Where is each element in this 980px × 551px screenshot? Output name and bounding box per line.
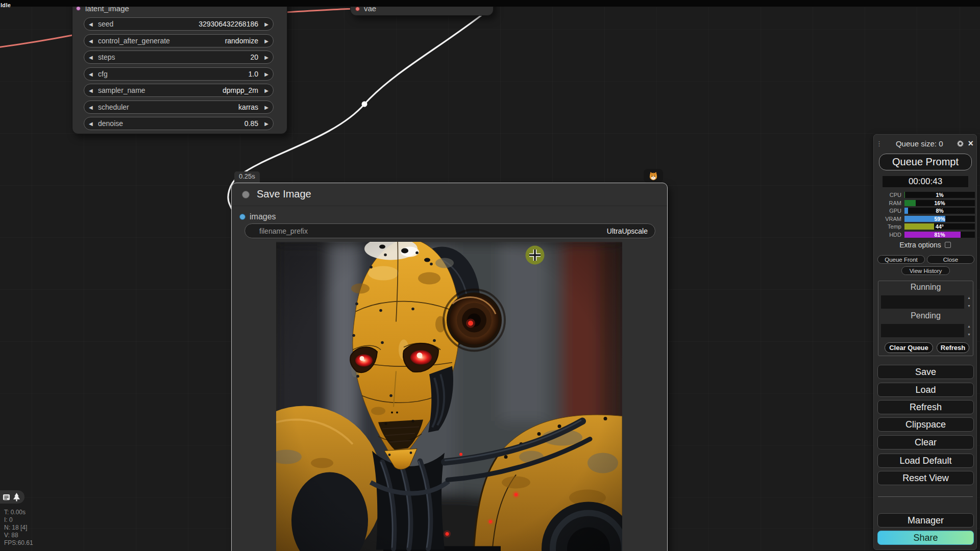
queue-lists-box: Running ▲ ▼ Pending ▲ ▼ Clear Queue Refr… — [878, 281, 973, 356]
crosshair-cursor-icon — [525, 245, 545, 265]
increment-icon[interactable]: ▶ — [261, 21, 268, 27]
extra-options-checkbox[interactable] — [945, 242, 951, 248]
images-input-slot[interactable] — [239, 214, 246, 220]
vae-link-left — [0, 35, 72, 47]
status-label: Idle — [1, 2, 11, 8]
stat-vram: VRAM 59% — [878, 216, 975, 222]
system-stats: CPU 1% RAM 16% GPU 8% VRAM 59% Temp 44° … — [878, 192, 975, 238]
node-header[interactable]: Save Image — [232, 183, 667, 206]
increment-icon[interactable]: ▶ — [261, 55, 268, 60]
link-midpoint-dot[interactable] — [362, 102, 368, 107]
ksampler-node[interactable]: latent_image ◀ seed 329306432268186 ▶ ◀ … — [72, 0, 287, 134]
widget-sampler-name[interactable]: ◀ sampler_name dpmpp_2m ▶ — [84, 84, 274, 97]
elapsed-timer: 00:00:43 — [882, 176, 969, 188]
perf-line: FPS:60.61 — [4, 539, 33, 547]
stat-gpu: GPU 8% — [878, 208, 975, 214]
decrement-icon[interactable]: ◀ — [89, 55, 96, 60]
widget-scheduler[interactable]: ◀ scheduler karras ▶ — [84, 101, 274, 114]
perf-line: T: 0.00s — [4, 509, 33, 516]
vae-input-slot[interactable] — [355, 7, 360, 11]
custom-node-cat-badge — [644, 169, 663, 183]
menu-list-icon[interactable] — [3, 493, 10, 501]
reset-view-button[interactable]: Reset View — [877, 471, 974, 485]
perf-line: I: 0 — [4, 516, 33, 524]
decrement-icon[interactable]: ◀ — [89, 88, 96, 93]
latent-input-slot[interactable] — [76, 6, 81, 11]
decrement-icon[interactable]: ◀ — [89, 21, 96, 27]
filename-prefix-widget[interactable]: filename_prefix UltraUpscale — [244, 223, 655, 238]
queue-front-button[interactable]: Queue Front — [877, 255, 925, 264]
increment-icon[interactable]: ▶ — [261, 105, 268, 110]
spinner-down-icon[interactable]: ▼ — [966, 333, 972, 336]
refresh-button[interactable]: Refresh — [877, 400, 974, 414]
spinner-up-icon[interactable]: ▲ — [966, 324, 972, 328]
drag-handle-icon[interactable]: ⋮ — [876, 140, 882, 147]
decrement-icon[interactable]: ◀ — [89, 121, 96, 127]
cat-icon — [648, 171, 659, 181]
load-default-button[interactable]: Load Default — [877, 454, 974, 468]
share-button[interactable]: Share — [877, 531, 974, 545]
perf-line: N: 18 [4] — [4, 524, 33, 532]
cursor-highlight — [525, 245, 545, 265]
spinner-up-icon[interactable]: ▲ — [966, 296, 972, 299]
perf-overlay: T: 0.00s I: 0 N: 18 [4] V: 88 FPS:60.61 — [4, 509, 33, 547]
tree-icon[interactable] — [13, 493, 20, 502]
manager-button[interactable]: Manager — [877, 513, 974, 528]
queue-menu-panel: ⋮ Queue size: 0 × Queue Prompt 00:00:43 … — [873, 134, 977, 550]
stat-hdd: HDD 81% — [878, 232, 975, 238]
spinner-down-icon[interactable]: ▼ — [966, 304, 972, 308]
increment-icon[interactable]: ▶ — [261, 38, 268, 44]
widget-denoise[interactable]: ◀ denoise 0.85 ▶ — [84, 117, 274, 130]
save-image-node[interactable]: Save Image images filename_prefix UltraU… — [231, 183, 668, 551]
increment-icon[interactable]: ▶ — [261, 88, 268, 93]
comfyui-canvas[interactable]: Idle latent_image ◀ seed 329306432268186… — [0, 0, 980, 551]
widget-steps[interactable]: ◀ steps 20 ▶ — [84, 51, 274, 64]
extra-options-label: Extra options — [899, 241, 941, 249]
perf-line: V: 88 — [4, 532, 33, 539]
sidebar-divider — [878, 496, 973, 497]
node-title: Save Image — [257, 188, 311, 200]
exec-time-badge: 0.25s — [234, 171, 260, 183]
close-icon[interactable]: × — [968, 140, 973, 147]
top-status-bar: Idle — [0, 0, 980, 7]
running-list[interactable] — [881, 295, 964, 309]
queue-prompt-button[interactable]: Queue Prompt — [879, 154, 972, 170]
increment-icon[interactable]: ▶ — [261, 121, 268, 127]
pending-label: Pending — [878, 311, 973, 320]
clipspace-button[interactable]: Clipspace — [877, 417, 974, 432]
vae-link-right — [286, 9, 356, 12]
widget-control-after-generate[interactable]: ◀ control_after_generate randomize ▶ — [84, 34, 274, 47]
images-input-label: images — [250, 212, 276, 221]
load-button[interactable]: Load — [877, 383, 974, 397]
increment-icon[interactable]: ▶ — [261, 71, 268, 77]
refresh-queue-button[interactable]: Refresh — [937, 342, 969, 353]
clear-button[interactable]: Clear — [877, 435, 974, 449]
pending-list[interactable] — [881, 324, 964, 337]
collapse-dot-icon[interactable] — [242, 191, 250, 198]
view-history-button[interactable]: View History — [901, 266, 950, 275]
stat-cpu: CPU 1% — [878, 192, 975, 198]
stat-ram: RAM 16% — [878, 200, 975, 206]
decrement-icon[interactable]: ◀ — [89, 105, 96, 110]
running-label: Running — [878, 283, 973, 292]
close-button[interactable]: Close — [927, 255, 974, 264]
decrement-icon[interactable]: ◀ — [89, 71, 96, 77]
widget-cfg[interactable]: ◀ cfg 1.0 ▶ — [84, 67, 274, 81]
widget-seed[interactable]: ◀ seed 329306432268186 ▶ — [84, 17, 274, 31]
stat-temp: Temp 44° — [878, 223, 975, 230]
save-button[interactable]: Save — [877, 365, 974, 379]
canvas-control-pill[interactable] — [0, 490, 24, 504]
decrement-icon[interactable]: ◀ — [89, 38, 96, 44]
clear-queue-button[interactable]: Clear Queue — [885, 342, 933, 353]
preview-image — [276, 242, 622, 551]
settings-gear-icon[interactable] — [957, 140, 964, 147]
queue-size-label: Queue size: 0 — [882, 139, 957, 148]
